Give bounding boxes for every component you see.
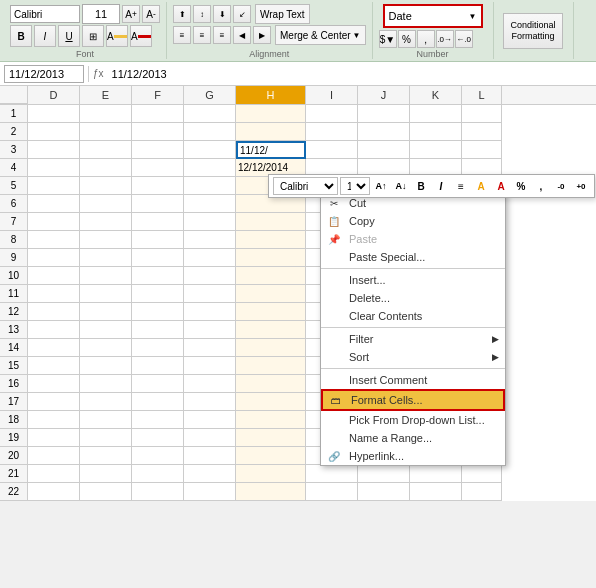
percent-btn[interactable]: % — [398, 30, 416, 48]
grid-cell[interactable] — [410, 141, 462, 159]
underline-btn[interactable]: U — [58, 25, 80, 47]
grid-cell[interactable] — [410, 465, 462, 483]
grid-cell[interactable] — [80, 411, 132, 429]
grid-cell[interactable] — [462, 141, 502, 159]
grid-cell[interactable] — [28, 231, 80, 249]
grid-cell[interactable] — [184, 141, 236, 159]
col-header-e[interactable]: E — [80, 86, 132, 104]
grid-cell[interactable] — [184, 393, 236, 411]
grid-cell[interactable] — [28, 123, 80, 141]
grid-cell[interactable] — [184, 123, 236, 141]
currency-btn[interactable]: $▼ — [379, 30, 397, 48]
wrap-text-btn[interactable]: Wrap Text — [255, 4, 310, 24]
grid-cell[interactable] — [184, 267, 236, 285]
col-header-l[interactable]: L — [462, 86, 502, 104]
grid-cell[interactable] — [80, 465, 132, 483]
grid-cell[interactable] — [236, 447, 306, 465]
grid-cell[interactable] — [236, 465, 306, 483]
decrease-indent-btn[interactable]: ◀ — [233, 26, 251, 44]
grid-cell[interactable] — [462, 105, 502, 123]
grid-cell[interactable] — [184, 411, 236, 429]
menu-item-paste[interactable]: 📌Paste — [321, 230, 505, 248]
mini-bold-btn[interactable]: B — [412, 177, 430, 195]
grid-cell[interactable] — [410, 123, 462, 141]
grid-cell[interactable] — [80, 483, 132, 501]
mini-decrease-btn[interactable]: -0 — [552, 177, 570, 195]
grid-cell[interactable] — [132, 141, 184, 159]
grid-cell[interactable] — [80, 429, 132, 447]
mini-grow-btn[interactable]: A↑ — [372, 177, 390, 195]
grid-cell[interactable] — [28, 393, 80, 411]
grid-cell[interactable] — [184, 303, 236, 321]
grid-cell[interactable] — [132, 123, 184, 141]
col-header-i[interactable]: I — [306, 86, 358, 104]
grid-cell[interactable] — [236, 123, 306, 141]
grid-cell[interactable] — [236, 483, 306, 501]
grid-cell[interactable] — [28, 483, 80, 501]
menu-item-insert-comment[interactable]: Insert Comment — [321, 371, 505, 389]
grid-cell[interactable] — [306, 465, 358, 483]
grid-cell[interactable] — [28, 195, 80, 213]
grid-cell[interactable] — [28, 105, 80, 123]
menu-item-format-cells[interactable]: 🗃Format Cells... — [321, 389, 505, 411]
increase-decimal-btn[interactable]: .0→ — [436, 30, 454, 48]
grid-cell[interactable] — [236, 303, 306, 321]
grid-cell[interactable] — [132, 177, 184, 195]
grid-cell[interactable] — [132, 483, 184, 501]
menu-item-filter[interactable]: Filter — [321, 330, 505, 348]
grid-cell[interactable] — [184, 105, 236, 123]
menu-item-paste-special[interactable]: Paste Special... — [321, 248, 505, 266]
grid-cell[interactable] — [236, 105, 306, 123]
menu-item-clear-contents[interactable]: Clear Contents — [321, 307, 505, 325]
grid-cell[interactable] — [132, 465, 184, 483]
grid-cell[interactable] — [236, 393, 306, 411]
menu-item-pick-dropdown[interactable]: Pick From Drop-down List... — [321, 411, 505, 429]
grid-cell[interactable] — [28, 267, 80, 285]
grid-cell[interactable] — [28, 375, 80, 393]
mini-shrink-btn[interactable]: A↓ — [392, 177, 410, 195]
grid-cell[interactable] — [358, 141, 410, 159]
grid-cell[interactable] — [132, 159, 184, 177]
mini-size-select[interactable]: 11 — [340, 177, 370, 195]
grid-cell[interactable] — [132, 321, 184, 339]
font-shrink-btn[interactable]: A- — [142, 5, 160, 23]
col-header-h[interactable]: H — [236, 86, 306, 104]
grid-cell[interactable] — [184, 465, 236, 483]
align-top-left-btn[interactable]: ⬆ — [173, 5, 191, 23]
grid-cell[interactable] — [28, 465, 80, 483]
grid-cell[interactable] — [80, 447, 132, 465]
grid-cell[interactable] — [184, 249, 236, 267]
grid-cell[interactable] — [80, 249, 132, 267]
grid-cell[interactable] — [236, 429, 306, 447]
grid-cell[interactable] — [80, 159, 132, 177]
grid-cell[interactable] — [80, 177, 132, 195]
grid-cell[interactable] — [184, 321, 236, 339]
mini-increase-btn[interactable]: +0 — [572, 177, 590, 195]
font-grow-btn[interactable]: A+ — [122, 5, 140, 23]
menu-item-delete[interactable]: Delete... — [321, 289, 505, 307]
menu-item-name-range[interactable]: Name a Range... — [321, 429, 505, 447]
grid-cell[interactable] — [28, 249, 80, 267]
grid-cell[interactable] — [80, 267, 132, 285]
menu-item-sort[interactable]: Sort — [321, 348, 505, 366]
grid-cell[interactable] — [462, 123, 502, 141]
grid-cell[interactable] — [306, 483, 358, 501]
mini-italic-btn[interactable]: I — [432, 177, 450, 195]
number-format-box[interactable]: Date ▼ — [383, 4, 483, 28]
grid-cell[interactable] — [80, 357, 132, 375]
grid-cell[interactable] — [80, 393, 132, 411]
grid-cell[interactable] — [410, 105, 462, 123]
grid-cell[interactable] — [184, 339, 236, 357]
grid-cell[interactable] — [184, 357, 236, 375]
grid-cell[interactable] — [28, 321, 80, 339]
grid-cell[interactable] — [236, 375, 306, 393]
grid-cell[interactable] — [184, 429, 236, 447]
grid-cell[interactable] — [28, 213, 80, 231]
grid-cell[interactable] — [236, 249, 306, 267]
col-header-d[interactable]: D — [28, 86, 80, 104]
fill-color-btn[interactable]: A — [106, 25, 128, 47]
menu-item-copy[interactable]: 📋Copy — [321, 212, 505, 230]
grid-cell[interactable] — [80, 339, 132, 357]
col-header-j[interactable]: J — [358, 86, 410, 104]
grid-cell[interactable] — [132, 231, 184, 249]
